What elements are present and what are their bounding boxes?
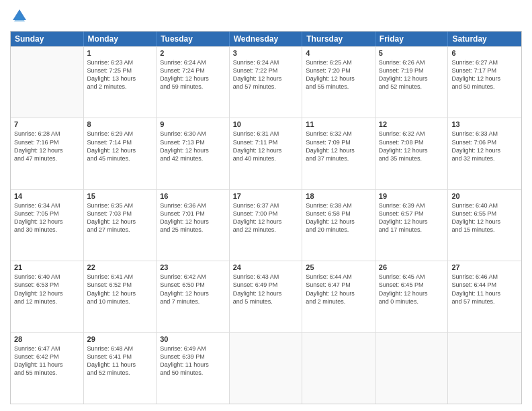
day-number: 8 bbox=[87, 120, 153, 128]
cal-cell: 6Sunrise: 6:27 AM Sunset: 7:17 PM Daylig… bbox=[448, 47, 521, 118]
cal-cell: 29Sunrise: 6:48 AM Sunset: 6:41 PM Dayli… bbox=[84, 333, 157, 404]
day-info: Sunrise: 6:41 AM Sunset: 6:52 PM Dayligh… bbox=[87, 273, 153, 306]
day-number: 19 bbox=[379, 192, 445, 200]
day-info: Sunrise: 6:43 AM Sunset: 6:49 PM Dayligh… bbox=[233, 273, 299, 306]
calendar-page: SundayMondayTuesdayWednesdayThursdayFrid… bbox=[0, 0, 532, 411]
day-info: Sunrise: 6:49 AM Sunset: 6:39 PM Dayligh… bbox=[160, 345, 226, 377]
day-number: 23 bbox=[160, 263, 226, 271]
day-info: Sunrise: 6:34 AM Sunset: 7:05 PM Dayligh… bbox=[14, 201, 80, 234]
cal-cell: 7Sunrise: 6:28 AM Sunset: 7:16 PM Daylig… bbox=[11, 118, 84, 189]
day-number: 17 bbox=[233, 192, 299, 200]
day-number: 21 bbox=[14, 263, 80, 271]
cal-cell: 10Sunrise: 6:31 AM Sunset: 7:11 PM Dayli… bbox=[230, 118, 303, 189]
day-info: Sunrise: 6:25 AM Sunset: 7:20 PM Dayligh… bbox=[306, 58, 371, 91]
day-number: 29 bbox=[87, 335, 153, 343]
cal-cell: 23Sunrise: 6:42 AM Sunset: 6:50 PM Dayli… bbox=[157, 261, 230, 332]
day-info: Sunrise: 6:30 AM Sunset: 7:13 PM Dayligh… bbox=[160, 130, 226, 163]
day-info: Sunrise: 6:42 AM Sunset: 6:50 PM Dayligh… bbox=[160, 273, 226, 306]
header-cell-monday: Monday bbox=[84, 32, 157, 46]
day-number: 9 bbox=[160, 120, 226, 128]
day-number: 16 bbox=[160, 192, 226, 200]
day-info: Sunrise: 6:33 AM Sunset: 7:06 PM Dayligh… bbox=[451, 130, 518, 163]
day-number: 15 bbox=[87, 192, 153, 200]
week-row-5: 28Sunrise: 6:47 AM Sunset: 6:42 PM Dayli… bbox=[11, 332, 521, 404]
day-info: Sunrise: 6:48 AM Sunset: 6:41 PM Dayligh… bbox=[87, 345, 153, 377]
day-info: Sunrise: 6:26 AM Sunset: 7:19 PM Dayligh… bbox=[379, 58, 445, 91]
day-info: Sunrise: 6:35 AM Sunset: 7:03 PM Dayligh… bbox=[87, 201, 153, 234]
cal-cell bbox=[230, 333, 303, 404]
day-number: 27 bbox=[451, 263, 518, 271]
day-number: 14 bbox=[14, 192, 80, 200]
day-number: 6 bbox=[451, 49, 518, 57]
day-info: Sunrise: 6:44 AM Sunset: 6:47 PM Dayligh… bbox=[306, 273, 371, 306]
day-info: Sunrise: 6:28 AM Sunset: 7:16 PM Dayligh… bbox=[14, 130, 80, 163]
cal-cell: 16Sunrise: 6:36 AM Sunset: 7:01 PM Dayli… bbox=[157, 190, 230, 261]
day-number: 11 bbox=[306, 120, 371, 128]
day-info: Sunrise: 6:24 AM Sunset: 7:22 PM Dayligh… bbox=[233, 58, 299, 91]
cal-cell bbox=[448, 333, 521, 404]
header-cell-friday: Friday bbox=[375, 32, 449, 46]
day-info: Sunrise: 6:24 AM Sunset: 7:24 PM Dayligh… bbox=[160, 58, 226, 91]
day-info: Sunrise: 6:23 AM Sunset: 7:25 PM Dayligh… bbox=[87, 58, 153, 91]
day-number: 3 bbox=[233, 49, 299, 57]
day-info: Sunrise: 6:47 AM Sunset: 6:42 PM Dayligh… bbox=[14, 345, 80, 377]
day-number: 24 bbox=[233, 263, 299, 271]
logo bbox=[10, 7, 32, 26]
day-number: 7 bbox=[14, 120, 80, 128]
week-row-1: 1Sunrise: 6:23 AM Sunset: 7:25 PM Daylig… bbox=[11, 46, 521, 118]
day-info: Sunrise: 6:29 AM Sunset: 7:14 PM Dayligh… bbox=[87, 130, 153, 163]
cal-cell: 21Sunrise: 6:40 AM Sunset: 6:53 PM Dayli… bbox=[11, 261, 84, 332]
day-info: Sunrise: 6:27 AM Sunset: 7:17 PM Dayligh… bbox=[451, 58, 518, 91]
cal-cell: 28Sunrise: 6:47 AM Sunset: 6:42 PM Dayli… bbox=[11, 333, 84, 404]
cal-cell: 1Sunrise: 6:23 AM Sunset: 7:25 PM Daylig… bbox=[84, 47, 157, 118]
cal-cell bbox=[302, 333, 375, 404]
day-number: 10 bbox=[233, 120, 299, 128]
cal-cell: 20Sunrise: 6:40 AM Sunset: 6:55 PM Dayli… bbox=[448, 190, 521, 261]
header bbox=[10, 7, 522, 26]
day-info: Sunrise: 6:39 AM Sunset: 6:57 PM Dayligh… bbox=[379, 201, 445, 234]
cal-cell: 15Sunrise: 6:35 AM Sunset: 7:03 PM Dayli… bbox=[84, 190, 157, 261]
day-number: 2 bbox=[160, 49, 226, 57]
calendar-header-row: SundayMondayTuesdayWednesdayThursdayFrid… bbox=[11, 32, 521, 46]
cal-cell: 27Sunrise: 6:46 AM Sunset: 6:44 PM Dayli… bbox=[448, 261, 521, 332]
header-cell-wednesday: Wednesday bbox=[230, 32, 303, 46]
calendar: SundayMondayTuesdayWednesdayThursdayFrid… bbox=[10, 31, 522, 404]
header-cell-thursday: Thursday bbox=[302, 32, 375, 46]
week-row-4: 21Sunrise: 6:40 AM Sunset: 6:53 PM Dayli… bbox=[11, 261, 521, 332]
day-number: 26 bbox=[379, 263, 445, 271]
calendar-body: 1Sunrise: 6:23 AM Sunset: 7:25 PM Daylig… bbox=[11, 46, 521, 404]
day-info: Sunrise: 6:32 AM Sunset: 7:09 PM Dayligh… bbox=[306, 130, 371, 163]
day-info: Sunrise: 6:31 AM Sunset: 7:11 PM Dayligh… bbox=[233, 130, 299, 163]
day-info: Sunrise: 6:40 AM Sunset: 6:55 PM Dayligh… bbox=[451, 201, 518, 234]
cal-cell: 24Sunrise: 6:43 AM Sunset: 6:49 PM Dayli… bbox=[230, 261, 303, 332]
cal-cell: 25Sunrise: 6:44 AM Sunset: 6:47 PM Dayli… bbox=[302, 261, 375, 332]
day-number: 12 bbox=[379, 120, 445, 128]
cal-cell: 9Sunrise: 6:30 AM Sunset: 7:13 PM Daylig… bbox=[157, 118, 230, 189]
cal-cell: 2Sunrise: 6:24 AM Sunset: 7:24 PM Daylig… bbox=[157, 47, 230, 118]
day-number: 30 bbox=[160, 335, 226, 343]
cal-cell: 8Sunrise: 6:29 AM Sunset: 7:14 PM Daylig… bbox=[84, 118, 157, 189]
cal-cell bbox=[375, 333, 449, 404]
cal-cell: 5Sunrise: 6:26 AM Sunset: 7:19 PM Daylig… bbox=[375, 47, 449, 118]
day-info: Sunrise: 6:32 AM Sunset: 7:08 PM Dayligh… bbox=[379, 130, 445, 163]
cal-cell: 17Sunrise: 6:37 AM Sunset: 7:00 PM Dayli… bbox=[230, 190, 303, 261]
day-number: 1 bbox=[87, 49, 153, 57]
day-info: Sunrise: 6:36 AM Sunset: 7:01 PM Dayligh… bbox=[160, 201, 226, 234]
cal-cell: 13Sunrise: 6:33 AM Sunset: 7:06 PM Dayli… bbox=[448, 118, 521, 189]
cal-cell: 11Sunrise: 6:32 AM Sunset: 7:09 PM Dayli… bbox=[302, 118, 375, 189]
day-number: 4 bbox=[306, 49, 371, 57]
logo-icon bbox=[10, 7, 29, 26]
day-info: Sunrise: 6:40 AM Sunset: 6:53 PM Dayligh… bbox=[14, 273, 80, 306]
week-row-2: 7Sunrise: 6:28 AM Sunset: 7:16 PM Daylig… bbox=[11, 118, 521, 189]
cal-cell: 12Sunrise: 6:32 AM Sunset: 7:08 PM Dayli… bbox=[375, 118, 449, 189]
day-info: Sunrise: 6:45 AM Sunset: 6:45 PM Dayligh… bbox=[379, 273, 445, 306]
cal-cell: 4Sunrise: 6:25 AM Sunset: 7:20 PM Daylig… bbox=[302, 47, 375, 118]
day-number: 5 bbox=[379, 49, 445, 57]
cal-cell: 30Sunrise: 6:49 AM Sunset: 6:39 PM Dayli… bbox=[157, 333, 230, 404]
day-info: Sunrise: 6:37 AM Sunset: 7:00 PM Dayligh… bbox=[233, 201, 299, 234]
day-info: Sunrise: 6:38 AM Sunset: 6:58 PM Dayligh… bbox=[306, 201, 371, 234]
cal-cell bbox=[11, 47, 84, 118]
day-number: 28 bbox=[14, 335, 80, 343]
week-row-3: 14Sunrise: 6:34 AM Sunset: 7:05 PM Dayli… bbox=[11, 189, 521, 261]
cal-cell: 19Sunrise: 6:39 AM Sunset: 6:57 PM Dayli… bbox=[375, 190, 449, 261]
